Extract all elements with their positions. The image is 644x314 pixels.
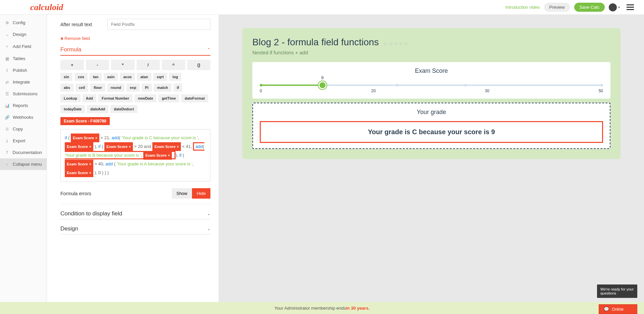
formula-field-tag[interactable]: Exam Score× bbox=[65, 142, 93, 151]
formula-field-tag[interactable]: Exam Score× bbox=[152, 142, 181, 151]
formula-token: if bbox=[98, 144, 101, 149]
fn-exp-button[interactable]: exp bbox=[127, 84, 140, 92]
webhooks-icon: 🔗 bbox=[5, 115, 9, 120]
hide-errors-button[interactable]: Hide bbox=[192, 188, 210, 199]
sidebar-item-documentation[interactable]: ?Documentation bbox=[0, 147, 47, 158]
intro-video-link[interactable]: Introduction video bbox=[505, 5, 540, 10]
formula-field-tag[interactable]: Exam Score× bbox=[143, 151, 172, 160]
formula-field-tag[interactable]: Exam Score× bbox=[104, 142, 133, 151]
sidebar-item-collapse[interactable]: ‹Collapse menu bbox=[0, 158, 47, 170]
fn-add-button[interactable]: Add bbox=[83, 94, 96, 102]
fn-tan-button[interactable]: tan bbox=[90, 73, 102, 81]
formula-token: add bbox=[111, 135, 119, 140]
fn-dateformat-button[interactable]: dateFormat bbox=[181, 94, 208, 102]
save-calc-button[interactable]: Save Calc bbox=[574, 3, 605, 12]
after-result-input[interactable] bbox=[107, 19, 210, 30]
slider-tick-label: 20 bbox=[371, 89, 376, 93]
fn-cos-button[interactable]: cos bbox=[75, 73, 88, 81]
chat-status: Online bbox=[612, 307, 624, 312]
exam-score-slider[interactable]: 9 bbox=[261, 85, 602, 86]
op-divide-button[interactable]: / bbox=[137, 60, 160, 70]
op-power-button[interactable]: ^ bbox=[162, 60, 185, 70]
fn-log-button[interactable]: log bbox=[169, 73, 182, 81]
close-icon[interactable]: × bbox=[168, 154, 170, 157]
fn-dateadd-button[interactable]: dateAdd bbox=[87, 105, 108, 113]
logo[interactable]: calculoid bbox=[30, 2, 63, 12]
op-multiply-button[interactable]: * bbox=[111, 60, 135, 70]
field-variable-button[interactable]: Exam Score - F408780 bbox=[60, 117, 110, 125]
show-errors-button[interactable]: Show bbox=[172, 188, 192, 199]
close-icon[interactable]: × bbox=[89, 171, 91, 175]
fn-if-button[interactable]: if bbox=[174, 84, 183, 92]
fn-asin-button[interactable]: asin bbox=[104, 73, 118, 81]
functions-row-2: abs ceil floor round exp Pi match if bbox=[60, 84, 210, 92]
fn-formatnumber-button[interactable]: Format Number bbox=[98, 94, 133, 102]
slider-tick-label: 50 bbox=[599, 89, 603, 93]
formula-editor[interactable]: if ( Exam Score× < 21, add( 'Your grade … bbox=[60, 129, 210, 181]
sidebar-item-reports[interactable]: 📊Reports bbox=[0, 100, 47, 111]
sidebar-item-copy[interactable]: ⎘Copy bbox=[0, 123, 47, 135]
fn-match-button[interactable]: match bbox=[154, 84, 171, 92]
formula-token: , bbox=[192, 161, 194, 166]
close-icon[interactable]: × bbox=[89, 145, 91, 149]
fn-todaydate-button[interactable]: todayDate bbox=[60, 105, 85, 113]
fn-atan-button[interactable]: atan bbox=[137, 73, 151, 81]
preview-subtitle: Nested if functions + add bbox=[252, 50, 610, 55]
slider-tick-label: 0 bbox=[260, 89, 262, 93]
formula-field-tag[interactable]: Exam Score× bbox=[65, 168, 93, 177]
fn-sin-button[interactable]: sin bbox=[60, 73, 72, 81]
chat-icon: 💬 bbox=[604, 307, 609, 312]
close-icon[interactable]: × bbox=[89, 162, 91, 166]
fn-floor-button[interactable]: floor bbox=[90, 84, 105, 92]
op-plus-button[interactable]: + bbox=[60, 60, 84, 70]
functions-row-3: Lookup Add Format Number newDate getTime… bbox=[60, 94, 210, 102]
design-section-header[interactable]: Design ⌄ bbox=[60, 225, 210, 234]
condition-section-header[interactable]: Condition to display field ⌄ bbox=[60, 210, 210, 219]
sidebar-item-integrate[interactable]: ⇄Integrate bbox=[0, 76, 47, 88]
preview-button[interactable]: Preview bbox=[544, 3, 570, 12]
close-icon[interactable]: × bbox=[95, 136, 97, 140]
fn-acos-button[interactable]: acos bbox=[120, 73, 135, 81]
slider-tick-icon bbox=[260, 84, 262, 87]
chat-widget[interactable]: 💬 Online bbox=[599, 304, 637, 314]
footer-text: Your Administrator membership ends bbox=[275, 306, 346, 311]
hamburger-menu[interactable] bbox=[627, 4, 634, 10]
remove-field-link[interactable]: Remove field bbox=[60, 36, 90, 41]
sidebar-label: Copy bbox=[13, 126, 23, 132]
formula-field-tag[interactable]: Exam Score× bbox=[71, 134, 99, 142]
slider-handle[interactable] bbox=[318, 81, 327, 89]
close-icon[interactable]: × bbox=[129, 145, 131, 149]
formula-token: 'Your grade is A because your score is ' bbox=[117, 161, 193, 166]
fn-abs-button[interactable]: abs bbox=[60, 84, 73, 92]
sidebar-item-export[interactable]: ⤓Export bbox=[0, 135, 47, 147]
fn-pi-button[interactable]: Pi bbox=[142, 84, 152, 92]
fn-newdate-button[interactable]: newDate bbox=[135, 94, 156, 102]
sidebar-item-publish[interactable]: ⇪Publish bbox=[0, 64, 47, 76]
fn-sqrt-button[interactable]: sqrt bbox=[153, 73, 167, 81]
sidebar-item-tables[interactable]: ▦Tables bbox=[0, 53, 47, 64]
slider-tick-icon bbox=[600, 84, 603, 87]
after-result-label: After result text bbox=[60, 22, 101, 27]
formula-field-tag[interactable]: Exam Score× bbox=[65, 160, 93, 168]
formula-token: < 21, bbox=[101, 135, 112, 140]
gear-icon: ⚙ bbox=[5, 20, 9, 25]
fn-ceil-button[interactable]: ceil bbox=[76, 84, 88, 92]
sidebar-item-config[interactable]: ⚙Config bbox=[0, 17, 47, 29]
fn-datededuct-button[interactable]: dateDeduct bbox=[110, 105, 137, 113]
sidebar-item-design[interactable]: ⎁Design bbox=[0, 29, 47, 40]
op-parens-button[interactable]: () bbox=[187, 60, 211, 70]
sidebar-item-add-field[interactable]: ＋Add Field bbox=[0, 40, 47, 53]
user-menu[interactable]: ▾ bbox=[609, 3, 620, 11]
op-minus-button[interactable]: - bbox=[86, 60, 109, 70]
formula-token: ), 0 ) ) ) bbox=[94, 170, 109, 175]
close-icon[interactable]: × bbox=[177, 145, 179, 149]
fn-gettime-button[interactable]: getTime bbox=[158, 94, 179, 102]
sidebar-item-submissions[interactable]: ☰Submissions bbox=[0, 88, 47, 100]
grade-box[interactable]: Your grade Your grade is C because your … bbox=[252, 103, 610, 149]
formula-section-header[interactable]: Formula ⌃ bbox=[60, 46, 210, 56]
fn-lookup-button[interactable]: Lookup bbox=[60, 94, 81, 102]
sidebar-item-webhooks[interactable]: 🔗Webhooks bbox=[0, 111, 47, 123]
rating-stars[interactable]: ☆☆☆☆☆ bbox=[384, 41, 409, 46]
fn-round-button[interactable]: round bbox=[107, 84, 125, 92]
formula-token: add bbox=[195, 144, 203, 149]
